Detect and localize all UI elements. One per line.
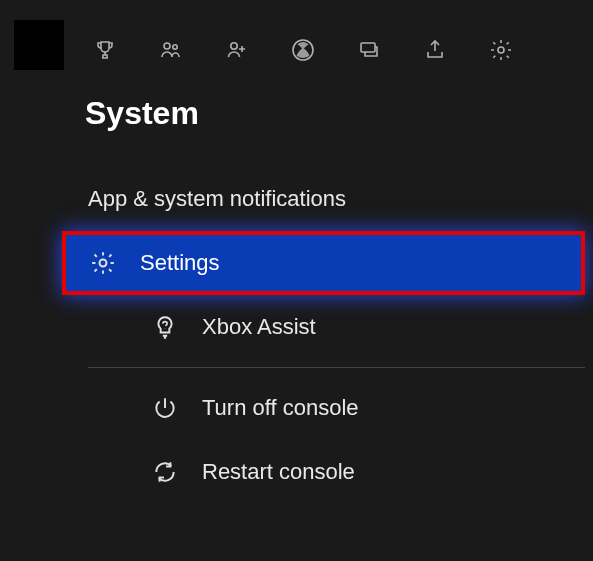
restart-icon (150, 457, 180, 487)
svg-point-2 (231, 43, 237, 49)
svg-point-5 (498, 47, 504, 53)
system-panel: System App & system notifications Settin… (0, 0, 593, 561)
party-tab-icon[interactable] (222, 35, 252, 65)
page-title: System (0, 95, 593, 132)
menu-item-label: Restart console (202, 459, 355, 485)
guide-tab-bar (0, 25, 593, 75)
lightbulb-help-icon (150, 312, 180, 342)
menu-item-label: Xbox Assist (202, 314, 316, 340)
menu-item-restart[interactable]: Restart console (62, 440, 585, 504)
messages-tab-icon[interactable] (354, 35, 384, 65)
friends-tab-icon[interactable] (156, 35, 186, 65)
svg-point-1 (173, 45, 177, 49)
settings-tab-icon[interactable] (486, 35, 516, 65)
power-icon (150, 393, 180, 423)
menu-item-label: Settings (140, 250, 220, 276)
profile-avatar[interactable] (14, 20, 64, 70)
menu-item-notifications[interactable]: App & system notifications (62, 167, 585, 231)
svg-point-0 (164, 43, 170, 49)
menu-item-settings[interactable]: Settings (62, 231, 585, 295)
menu-item-label: App & system notifications (88, 186, 346, 212)
menu-divider (88, 367, 585, 368)
gear-icon (88, 248, 118, 278)
share-tab-icon[interactable] (420, 35, 450, 65)
svg-rect-4 (361, 43, 375, 52)
menu-item-label: Turn off console (202, 395, 359, 421)
svg-point-6 (100, 260, 107, 267)
menu-item-xbox-assist[interactable]: Xbox Assist (62, 295, 585, 359)
xbox-home-tab-icon[interactable] (288, 35, 318, 65)
achievements-tab-icon[interactable] (90, 35, 120, 65)
menu-item-turn-off[interactable]: Turn off console (62, 376, 585, 440)
